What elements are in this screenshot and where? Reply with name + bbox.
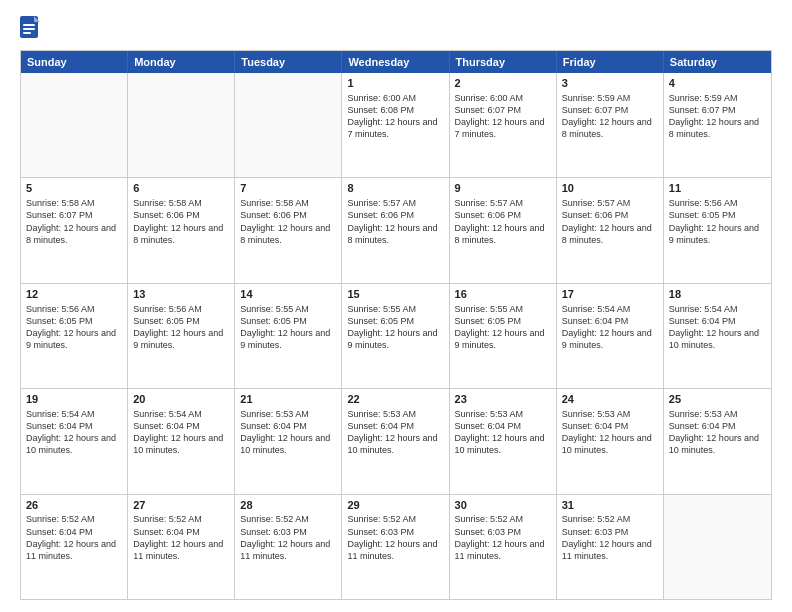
day-number: 30 bbox=[455, 498, 551, 513]
day-number: 12 bbox=[26, 287, 122, 302]
day-cell-5: 5Sunrise: 5:58 AM Sunset: 6:07 PM Daylig… bbox=[21, 178, 128, 282]
weekday-header-tuesday: Tuesday bbox=[235, 51, 342, 73]
day-number: 22 bbox=[347, 392, 443, 407]
empty-cell-4-6 bbox=[664, 495, 771, 599]
day-number: 20 bbox=[133, 392, 229, 407]
day-number: 15 bbox=[347, 287, 443, 302]
day-info: Sunrise: 5:52 AM Sunset: 6:03 PM Dayligh… bbox=[455, 514, 545, 560]
day-number: 14 bbox=[240, 287, 336, 302]
day-cell-22: 22Sunrise: 5:53 AM Sunset: 6:04 PM Dayli… bbox=[342, 389, 449, 493]
day-info: Sunrise: 5:58 AM Sunset: 6:07 PM Dayligh… bbox=[26, 198, 116, 244]
calendar-row-3: 19Sunrise: 5:54 AM Sunset: 6:04 PM Dayli… bbox=[21, 389, 771, 494]
weekday-header-saturday: Saturday bbox=[664, 51, 771, 73]
day-number: 19 bbox=[26, 392, 122, 407]
day-cell-8: 8Sunrise: 5:57 AM Sunset: 6:06 PM Daylig… bbox=[342, 178, 449, 282]
logo bbox=[20, 16, 44, 40]
day-info: Sunrise: 5:53 AM Sunset: 6:04 PM Dayligh… bbox=[562, 409, 652, 455]
calendar-row-1: 5Sunrise: 5:58 AM Sunset: 6:07 PM Daylig… bbox=[21, 178, 771, 283]
day-number: 4 bbox=[669, 76, 766, 91]
day-cell-3: 3Sunrise: 5:59 AM Sunset: 6:07 PM Daylig… bbox=[557, 73, 664, 177]
day-number: 11 bbox=[669, 181, 766, 196]
day-cell-11: 11Sunrise: 5:56 AM Sunset: 6:05 PM Dayli… bbox=[664, 178, 771, 282]
day-number: 1 bbox=[347, 76, 443, 91]
day-info: Sunrise: 5:59 AM Sunset: 6:07 PM Dayligh… bbox=[669, 93, 759, 139]
day-number: 26 bbox=[26, 498, 122, 513]
day-cell-12: 12Sunrise: 5:56 AM Sunset: 6:05 PM Dayli… bbox=[21, 284, 128, 388]
day-info: Sunrise: 5:54 AM Sunset: 6:04 PM Dayligh… bbox=[26, 409, 116, 455]
day-cell-17: 17Sunrise: 5:54 AM Sunset: 6:04 PM Dayli… bbox=[557, 284, 664, 388]
day-number: 8 bbox=[347, 181, 443, 196]
calendar-body: 1Sunrise: 6:00 AM Sunset: 6:08 PM Daylig… bbox=[21, 73, 771, 599]
day-cell-29: 29Sunrise: 5:52 AM Sunset: 6:03 PM Dayli… bbox=[342, 495, 449, 599]
day-info: Sunrise: 5:57 AM Sunset: 6:06 PM Dayligh… bbox=[562, 198, 652, 244]
day-number: 24 bbox=[562, 392, 658, 407]
day-info: Sunrise: 5:54 AM Sunset: 6:04 PM Dayligh… bbox=[133, 409, 223, 455]
day-cell-23: 23Sunrise: 5:53 AM Sunset: 6:04 PM Dayli… bbox=[450, 389, 557, 493]
calendar: SundayMondayTuesdayWednesdayThursdayFrid… bbox=[20, 50, 772, 600]
day-cell-2: 2Sunrise: 6:00 AM Sunset: 6:07 PM Daylig… bbox=[450, 73, 557, 177]
day-info: Sunrise: 5:52 AM Sunset: 6:03 PM Dayligh… bbox=[562, 514, 652, 560]
empty-cell-0-0 bbox=[21, 73, 128, 177]
day-info: Sunrise: 5:59 AM Sunset: 6:07 PM Dayligh… bbox=[562, 93, 652, 139]
day-info: Sunrise: 6:00 AM Sunset: 6:07 PM Dayligh… bbox=[455, 93, 545, 139]
day-cell-6: 6Sunrise: 5:58 AM Sunset: 6:06 PM Daylig… bbox=[128, 178, 235, 282]
day-cell-15: 15Sunrise: 5:55 AM Sunset: 6:05 PM Dayli… bbox=[342, 284, 449, 388]
day-number: 3 bbox=[562, 76, 658, 91]
day-cell-28: 28Sunrise: 5:52 AM Sunset: 6:03 PM Dayli… bbox=[235, 495, 342, 599]
day-cell-9: 9Sunrise: 5:57 AM Sunset: 6:06 PM Daylig… bbox=[450, 178, 557, 282]
weekday-header-thursday: Thursday bbox=[450, 51, 557, 73]
svg-rect-2 bbox=[23, 24, 35, 26]
day-info: Sunrise: 5:56 AM Sunset: 6:05 PM Dayligh… bbox=[133, 304, 223, 350]
day-info: Sunrise: 5:55 AM Sunset: 6:05 PM Dayligh… bbox=[455, 304, 545, 350]
weekday-header-monday: Monday bbox=[128, 51, 235, 73]
day-number: 31 bbox=[562, 498, 658, 513]
calendar-row-0: 1Sunrise: 6:00 AM Sunset: 6:08 PM Daylig… bbox=[21, 73, 771, 178]
day-info: Sunrise: 5:57 AM Sunset: 6:06 PM Dayligh… bbox=[455, 198, 545, 244]
day-info: Sunrise: 5:52 AM Sunset: 6:04 PM Dayligh… bbox=[133, 514, 223, 560]
calendar-header: SundayMondayTuesdayWednesdayThursdayFrid… bbox=[21, 51, 771, 73]
day-info: Sunrise: 5:56 AM Sunset: 6:05 PM Dayligh… bbox=[669, 198, 759, 244]
day-number: 16 bbox=[455, 287, 551, 302]
day-number: 27 bbox=[133, 498, 229, 513]
day-number: 7 bbox=[240, 181, 336, 196]
svg-rect-4 bbox=[23, 32, 31, 34]
weekday-header-friday: Friday bbox=[557, 51, 664, 73]
day-number: 13 bbox=[133, 287, 229, 302]
day-cell-13: 13Sunrise: 5:56 AM Sunset: 6:05 PM Dayli… bbox=[128, 284, 235, 388]
day-cell-24: 24Sunrise: 5:53 AM Sunset: 6:04 PM Dayli… bbox=[557, 389, 664, 493]
day-cell-26: 26Sunrise: 5:52 AM Sunset: 6:04 PM Dayli… bbox=[21, 495, 128, 599]
calendar-row-2: 12Sunrise: 5:56 AM Sunset: 6:05 PM Dayli… bbox=[21, 284, 771, 389]
day-info: Sunrise: 5:52 AM Sunset: 6:04 PM Dayligh… bbox=[26, 514, 116, 560]
day-info: Sunrise: 5:52 AM Sunset: 6:03 PM Dayligh… bbox=[240, 514, 330, 560]
weekday-header-sunday: Sunday bbox=[21, 51, 128, 73]
day-info: Sunrise: 5:53 AM Sunset: 6:04 PM Dayligh… bbox=[347, 409, 437, 455]
day-number: 6 bbox=[133, 181, 229, 196]
day-number: 2 bbox=[455, 76, 551, 91]
day-number: 18 bbox=[669, 287, 766, 302]
day-cell-20: 20Sunrise: 5:54 AM Sunset: 6:04 PM Dayli… bbox=[128, 389, 235, 493]
weekday-header-wednesday: Wednesday bbox=[342, 51, 449, 73]
day-info: Sunrise: 5:55 AM Sunset: 6:05 PM Dayligh… bbox=[240, 304, 330, 350]
day-cell-18: 18Sunrise: 5:54 AM Sunset: 6:04 PM Dayli… bbox=[664, 284, 771, 388]
day-info: Sunrise: 5:57 AM Sunset: 6:06 PM Dayligh… bbox=[347, 198, 437, 244]
calendar-row-4: 26Sunrise: 5:52 AM Sunset: 6:04 PM Dayli… bbox=[21, 495, 771, 599]
day-cell-10: 10Sunrise: 5:57 AM Sunset: 6:06 PM Dayli… bbox=[557, 178, 664, 282]
day-cell-21: 21Sunrise: 5:53 AM Sunset: 6:04 PM Dayli… bbox=[235, 389, 342, 493]
day-number: 21 bbox=[240, 392, 336, 407]
day-info: Sunrise: 5:53 AM Sunset: 6:04 PM Dayligh… bbox=[240, 409, 330, 455]
day-cell-30: 30Sunrise: 5:52 AM Sunset: 6:03 PM Dayli… bbox=[450, 495, 557, 599]
day-cell-4: 4Sunrise: 5:59 AM Sunset: 6:07 PM Daylig… bbox=[664, 73, 771, 177]
day-info: Sunrise: 5:52 AM Sunset: 6:03 PM Dayligh… bbox=[347, 514, 437, 560]
day-cell-7: 7Sunrise: 5:58 AM Sunset: 6:06 PM Daylig… bbox=[235, 178, 342, 282]
day-info: Sunrise: 5:58 AM Sunset: 6:06 PM Dayligh… bbox=[133, 198, 223, 244]
day-cell-1: 1Sunrise: 6:00 AM Sunset: 6:08 PM Daylig… bbox=[342, 73, 449, 177]
day-number: 9 bbox=[455, 181, 551, 196]
calendar-page: SundayMondayTuesdayWednesdayThursdayFrid… bbox=[0, 0, 792, 612]
day-number: 25 bbox=[669, 392, 766, 407]
day-number: 10 bbox=[562, 181, 658, 196]
day-info: Sunrise: 5:55 AM Sunset: 6:05 PM Dayligh… bbox=[347, 304, 437, 350]
day-cell-31: 31Sunrise: 5:52 AM Sunset: 6:03 PM Dayli… bbox=[557, 495, 664, 599]
day-number: 29 bbox=[347, 498, 443, 513]
logo-icon bbox=[20, 16, 40, 40]
day-info: Sunrise: 5:53 AM Sunset: 6:04 PM Dayligh… bbox=[455, 409, 545, 455]
